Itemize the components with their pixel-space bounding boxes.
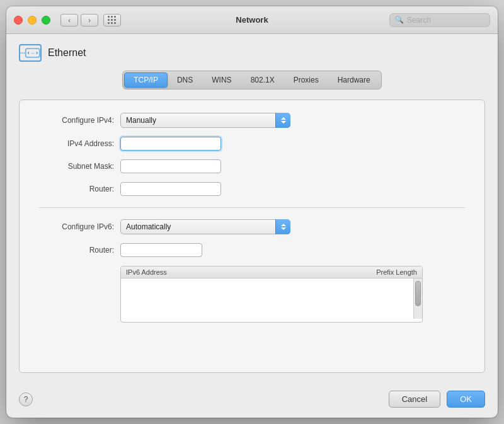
tab-dns[interactable]: DNS [168,72,202,88]
back-button[interactable]: ‹ [60,14,78,26]
configure-ipv4-label: Configure IPv4: [38,116,120,125]
tab-8021x[interactable]: 802.1X [241,72,284,88]
ipv6-table-header: IPv6 Address Prefix Length [121,266,422,278]
search-box[interactable]: 🔍 Search [389,13,490,27]
ipv6-table-body[interactable] [121,278,422,319]
window-title: Network [236,15,268,25]
ok-button[interactable]: OK [447,391,485,408]
prefix-length-column-header: Prefix Length [354,268,417,276]
traffic-lights [14,16,50,25]
tab-tcpip[interactable]: TCP/IP [124,72,168,88]
minimize-button[interactable] [28,16,37,25]
search-placeholder: Search [407,16,431,25]
configure-ipv4-select-wrapper: Manually Using DHCP Using DHCP with manu… [120,113,290,128]
subnet-mask-label: Subnet Mask: [38,162,120,171]
router-ipv4-row: Router: [38,182,466,196]
maximize-button[interactable] [42,16,50,25]
tabs-container: TCP/IP DNS WINS 802.1X Proxies Hardware [122,71,381,89]
router-ipv6-row: Router: [38,243,466,257]
grid-icon [108,16,117,25]
tcpip-panel: Configure IPv4: Manually Using DHCP Usin… [19,100,485,373]
forward-icon: › [88,16,91,24]
configure-ipv6-select[interactable]: Automatically Manually Link-local only O… [120,219,290,234]
titlebar: ‹ › Network 🔍 Search [6,6,498,34]
ethernet-header: ··· Ethernet [19,44,485,62]
button-group: Cancel OK [389,391,485,408]
configure-ipv4-row: Configure IPv4: Manually Using DHCP Usin… [38,113,466,128]
close-button[interactable] [14,16,23,25]
tab-wins[interactable]: WINS [202,72,241,88]
configure-ipv6-label: Configure IPv6: [38,222,120,231]
divider [38,207,466,208]
subnet-mask-input[interactable] [120,159,221,173]
bottom-bar: ? Cancel OK [6,383,498,418]
configure-ipv4-select[interactable]: Manually Using DHCP Using DHCP with manu… [120,113,290,128]
tab-hardware[interactable]: Hardware [328,72,380,88]
help-button[interactable]: ? [19,392,33,406]
svg-marker-2 [28,51,30,54]
ipv6-address-column-header: IPv6 Address [126,268,354,276]
grid-button[interactable] [103,14,121,26]
network-window: ‹ › Network 🔍 Search ··· [6,6,498,418]
ethernet-svg: ··· [25,47,40,59]
cancel-button[interactable]: Cancel [389,391,440,408]
subnet-mask-row: Subnet Mask: [38,159,466,173]
svg-marker-3 [37,51,38,54]
configure-ipv6-row: Configure IPv6: Automatically Manually L… [38,219,466,234]
back-icon: ‹ [68,16,71,24]
search-icon: 🔍 [395,16,404,24]
ethernet-title: Ethernet [48,47,86,59]
nav-buttons: ‹ › [60,14,98,26]
svg-text:···: ··· [31,51,35,55]
ipv6-address-table: IPv6 Address Prefix Length [120,266,423,323]
router-ipv6-input[interactable] [120,243,202,257]
forward-button[interactable]: › [81,14,98,26]
ipv4-address-input[interactable] [120,137,221,151]
scrollbar[interactable] [413,278,422,319]
scrollbar-thumb[interactable] [415,281,421,306]
content-area: ··· Ethernet TCP/IP DNS WINS 802.1X Prox… [6,34,498,383]
router-ipv4-input[interactable] [120,182,221,196]
ipv4-address-label: IPv4 Address: [38,139,120,148]
ethernet-icon: ··· [19,44,42,62]
configure-ipv6-select-wrapper: Automatically Manually Link-local only O… [120,219,290,234]
router-ipv6-label: Router: [38,246,120,255]
help-icon: ? [24,395,28,404]
tab-proxies[interactable]: Proxies [284,72,328,88]
ipv4-address-row: IPv4 Address: [38,137,466,151]
router-ipv4-label: Router: [38,185,120,193]
